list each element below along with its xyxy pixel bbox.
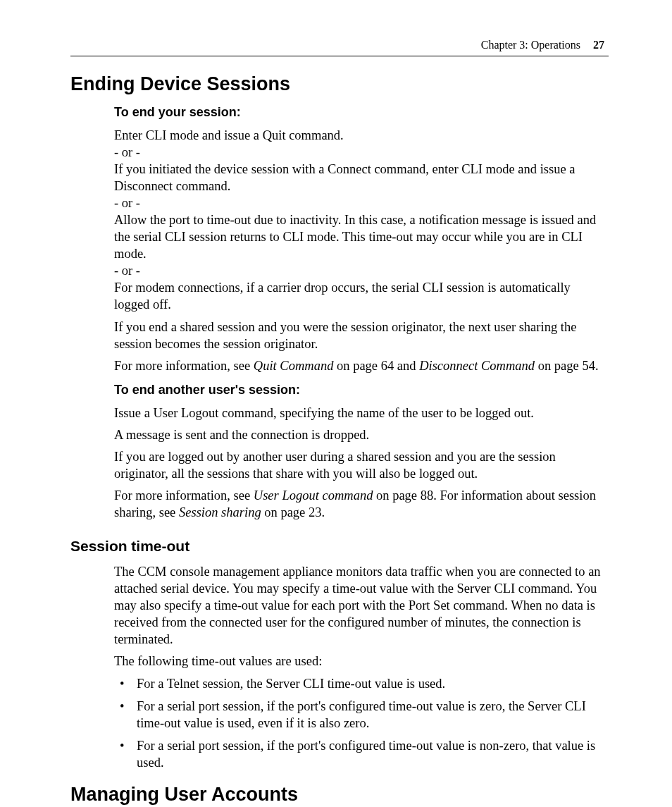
- para: If you are logged out by another user du…: [114, 448, 609, 482]
- text: For a serial port session, if the port's…: [137, 739, 595, 770]
- heading-managing-user-accounts: Managing User Accounts: [70, 784, 609, 806]
- text: on page 64 and: [333, 359, 419, 373]
- text-or: - or -: [114, 196, 140, 210]
- para: If you end a shared session and you were…: [114, 319, 609, 352]
- list-item: For a Telnet session, the Server CLI tim…: [114, 675, 609, 692]
- para: Issue a User Logout command, specifying …: [114, 405, 609, 421]
- text-or: - or -: [114, 264, 140, 278]
- text: For a serial port session, if the port's…: [137, 699, 586, 730]
- timeout-bullet-list: For a Telnet session, the Server CLI tim…: [114, 675, 609, 771]
- para: For more information, see Quit Command o…: [114, 357, 609, 374]
- para: The following time-out values are used:: [114, 653, 609, 670]
- text: Allow the port to time-out due to inacti…: [114, 213, 596, 261]
- page: Chapter 3: Operations27 Ending Device Se…: [0, 0, 672, 807]
- para: For more information, see User Logout co…: [114, 487, 609, 521]
- xref-disconnect-command: Disconnect Command: [419, 359, 535, 373]
- header-rule: [70, 56, 609, 56]
- body-session-timeout: The CCM console management appliance mon…: [114, 563, 609, 772]
- para: Enter CLI mode and issue a Quit command.…: [114, 127, 609, 314]
- text: on page 23.: [261, 505, 325, 519]
- chapter-label: Chapter 3: Operations: [481, 39, 580, 51]
- text: For modem connections, if a carrier drop…: [114, 281, 571, 312]
- heading-session-timeout: Session time-out: [70, 538, 609, 555]
- body-end-your-session: Enter CLI mode and issue a Quit command.…: [114, 127, 609, 374]
- subhead-end-your-session: To end your session:: [114, 105, 609, 120]
- xref-user-logout: User Logout command: [254, 488, 373, 503]
- text: Enter CLI mode and issue a Quit command.: [114, 128, 344, 142]
- running-header: Chapter 3: Operations27: [70, 39, 609, 51]
- xref-quit-command: Quit Command: [254, 359, 334, 373]
- heading-ending-device-sessions: Ending Device Sessions: [70, 73, 609, 95]
- text: For more information, see: [114, 488, 254, 503]
- text: If you initiated the device session with…: [114, 162, 575, 193]
- body-end-another-session: Issue a User Logout command, specifying …: [114, 405, 609, 521]
- xref-session-sharing: Session sharing: [179, 505, 261, 519]
- subhead-end-another-session: To end another user's session:: [114, 383, 609, 398]
- list-item: For a serial port session, if the port's…: [114, 698, 609, 732]
- para: A message is sent and the connection is …: [114, 426, 609, 443]
- text: For a Telnet session, the Server CLI tim…: [137, 677, 445, 691]
- page-number: 27: [593, 39, 604, 51]
- para: The CCM console management appliance mon…: [114, 563, 609, 648]
- list-item: For a serial port session, if the port's…: [114, 737, 609, 771]
- text-or: - or -: [114, 145, 140, 159]
- text: For more information, see: [114, 359, 254, 373]
- text: on page 54.: [535, 359, 598, 373]
